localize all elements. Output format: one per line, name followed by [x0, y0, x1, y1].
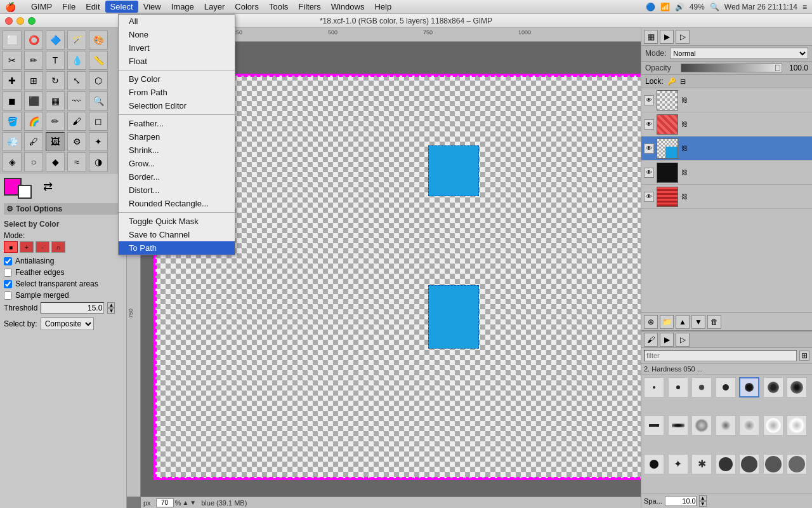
brush-item-19[interactable]	[739, 454, 759, 474]
brush-item-16[interactable]: ✦	[668, 454, 688, 474]
layer-3-visibility[interactable]: 👁	[644, 119, 654, 130]
mode-replace-btn[interactable]: ■	[4, 241, 18, 253]
menu-item-by-color[interactable]: By Color	[119, 72, 235, 86]
move-tool[interactable]: ✚	[3, 71, 22, 90]
brush-item-9[interactable]	[668, 415, 688, 436]
blend-tool[interactable]: 🌈	[24, 112, 43, 131]
menu-tools[interactable]: Tools	[264, 1, 293, 13]
threshold-down[interactable]: ▼	[107, 308, 115, 314]
layer-2-visibility[interactable]: 👁	[644, 144, 654, 154]
opacity-thumb[interactable]	[775, 65, 780, 71]
menu-colors[interactable]: Colors	[230, 1, 264, 13]
menu-item-distort[interactable]: Distort...	[119, 184, 235, 197]
menu-item-feather[interactable]: Feather...	[119, 117, 235, 130]
opacity-slider[interactable]	[681, 64, 782, 72]
zoom-up-btn[interactable]: ▲	[182, 499, 188, 506]
menu-item-quick-mask[interactable]: Toggle Quick Mask	[119, 215, 235, 228]
threshold-input[interactable]	[41, 302, 104, 314]
menu-select[interactable]: Select	[105, 1, 138, 13]
menu-filters[interactable]: Filters	[293, 1, 325, 13]
brush-filter-icon[interactable]: ⊞	[799, 351, 809, 361]
menu-help[interactable]: Help	[369, 1, 396, 13]
layers-panel-icon[interactable]: ▦	[644, 30, 658, 44]
feather-checkbox[interactable]	[4, 269, 12, 277]
brush-refresh-btn[interactable]: 🖌	[644, 333, 658, 347]
sharpen-tool[interactable]: ◆	[46, 152, 65, 171]
mode-subtract-btn[interactable]: -	[36, 241, 49, 253]
play-right-btn[interactable]: ▷	[676, 30, 690, 44]
warp-tool[interactable]: 〰	[67, 91, 86, 110]
menu-item-sharpen[interactable]: Sharpen	[119, 130, 235, 144]
play-btn[interactable]: ▶	[660, 30, 674, 44]
ink-tool[interactable]: 🖋	[24, 132, 43, 151]
pencil-tool[interactable]: ✏	[46, 112, 65, 131]
brush-item-3[interactable]	[691, 377, 712, 398]
layer-mode-combo[interactable]: Normal Dissolve Multiply Screen	[670, 48, 808, 59]
brush-item-2[interactable]	[668, 377, 688, 398]
colorpick-tool[interactable]: 💧	[67, 51, 86, 70]
brush-item-5-selected[interactable]	[739, 377, 759, 398]
flip-tool[interactable]: ⬛	[24, 91, 43, 110]
fuzzy-select-tool[interactable]: 🪄	[67, 30, 86, 50]
close-button[interactable]	[5, 17, 13, 25]
brush-item-8[interactable]	[644, 415, 664, 436]
paint-bucket-tool[interactable]: 🪣	[3, 112, 22, 131]
paths-tool[interactable]: ✏	[24, 51, 43, 70]
layer-1-visibility[interactable]: 👁	[644, 168, 654, 178]
brush-play-btn[interactable]: ▶	[660, 333, 674, 347]
layer-item-1[interactable]: 👁 ⛓	[641, 161, 812, 185]
brush-item-4[interactable]	[716, 377, 736, 398]
brush-item-15[interactable]	[644, 454, 664, 474]
create-new-layer-btn[interactable]: ⊕	[644, 315, 658, 329]
brush-play-right-btn[interactable]: ▷	[676, 333, 690, 347]
background-color[interactable]	[18, 185, 32, 199]
transparent-checkbox[interactable]	[4, 280, 12, 288]
lock-alpha-icon[interactable]: ⊟	[680, 77, 686, 86]
layer-item-0[interactable]: 👁 ⛓	[641, 185, 812, 209]
brush-item-17[interactable]: ✱	[691, 454, 712, 474]
delete-layer-btn[interactable]: 🗑	[707, 315, 721, 329]
menu-item-none[interactable]: None	[119, 28, 235, 41]
menu-item-to-path[interactable]: To Path	[119, 241, 235, 255]
move-layer-up-btn[interactable]: ▲	[676, 315, 690, 329]
perspective-tool[interactable]: ◼	[3, 91, 22, 110]
brush-item-21[interactable]	[787, 454, 807, 474]
menu-item-invert[interactable]: Invert	[119, 41, 235, 55]
zoom-down-btn[interactable]: ▼	[190, 499, 196, 506]
menu-item-selection-editor[interactable]: Selection Editor	[119, 99, 235, 112]
zoom-input[interactable]	[156, 498, 174, 507]
color-switch-icon[interactable]: ⇄	[43, 180, 53, 194]
brush-item-14[interactable]	[787, 415, 807, 436]
layer-item-3[interactable]: 👁 ⛓	[641, 112, 812, 137]
layer-4-visibility[interactable]: 👁	[644, 95, 654, 105]
clone-tool[interactable]: ⚙	[67, 132, 86, 151]
menu-item-save-channel[interactable]: Save to Channel	[119, 228, 235, 241]
blur-tool[interactable]: ○	[24, 152, 43, 171]
layer-0-visibility[interactable]: 👁	[644, 192, 654, 202]
brush-filter-input[interactable]	[644, 350, 797, 361]
menu-file[interactable]: File	[57, 1, 81, 13]
heal-tool[interactable]: ✦	[89, 132, 108, 151]
brush-item-10[interactable]	[691, 415, 712, 436]
paintbrush-tool[interactable]: 🖌	[67, 112, 86, 131]
cage-tool[interactable]: ▦	[46, 91, 65, 110]
menu-item-float[interactable]: Float	[119, 55, 235, 68]
menu-view[interactable]: View	[138, 1, 166, 13]
dodge-burn-tool[interactable]: ◑	[89, 152, 108, 171]
menu-item-from-path[interactable]: From Path	[119, 86, 235, 99]
menu-image[interactable]: Image	[166, 1, 199, 13]
maximize-button[interactable]	[28, 17, 36, 25]
search-icon[interactable]: 🔍	[710, 3, 719, 11]
brush-item-12[interactable]	[739, 415, 759, 436]
menu-item-shrink[interactable]: Shrink...	[119, 144, 235, 157]
menu-layer[interactable]: Layer	[199, 1, 230, 13]
menu-edit[interactable]: Edit	[81, 1, 105, 13]
menu-windows[interactable]: Windows	[326, 1, 370, 13]
brush-item-7[interactable]	[787, 377, 807, 398]
menu-item-all[interactable]: All	[119, 15, 235, 28]
airbrush-tool[interactable]: 💨	[3, 132, 22, 151]
free-select-tool[interactable]: 🔷	[46, 30, 65, 50]
by-color-select-tool[interactable]: 🎨	[89, 30, 108, 50]
move-layer-down-btn[interactable]: ▼	[691, 315, 705, 329]
layer-item-2[interactable]: 👁 ⛓	[641, 137, 812, 161]
